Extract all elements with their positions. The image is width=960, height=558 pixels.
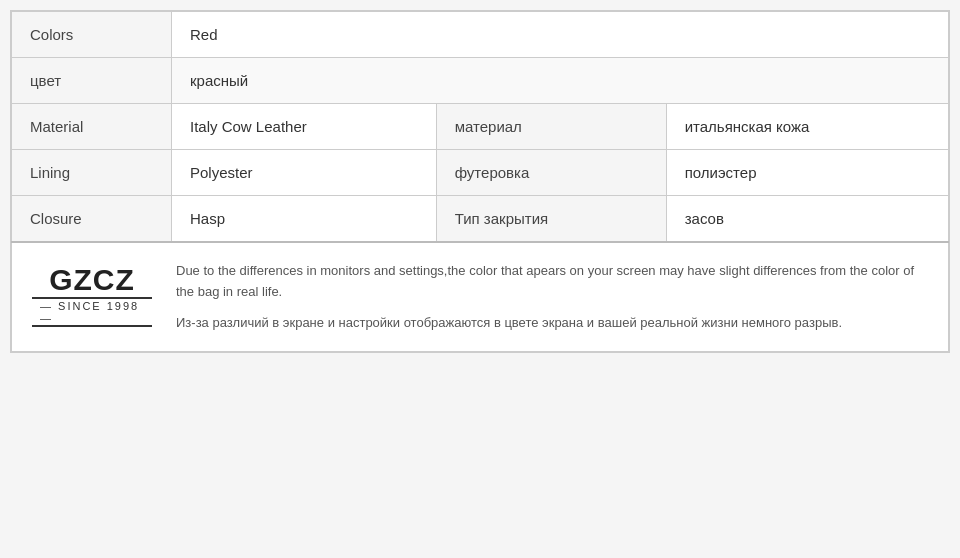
value-closure-en: Hasp [172, 196, 437, 243]
footer-row: GZCZ — SINCE 1998 — Due to the differenc… [12, 242, 949, 352]
label-lining: Lining [12, 150, 172, 196]
table-row: Material Italy Cow Leather материал итал… [12, 104, 949, 150]
value-colors: Red [172, 12, 949, 58]
label-material-ru: материал [436, 104, 666, 150]
footer-text-en: Due to the differences in monitors and s… [176, 261, 928, 303]
label-colors: Colors [12, 12, 172, 58]
table-row: Lining Polyester футеровка полиэстер [12, 150, 949, 196]
value-closure-ru: засов [666, 196, 948, 243]
logo-since-text: — SINCE 1998 — [32, 297, 152, 327]
footer-text-ru: Из-за различий в экране и настройки отоб… [176, 313, 928, 334]
value-lining-en: Polyester [172, 150, 437, 196]
table-row: Closure Hasp Тип закрытия засов [12, 196, 949, 243]
label-lining-ru: футеровка [436, 150, 666, 196]
main-container: Colors Red цвет красный Material Italy C… [10, 10, 950, 353]
logo-main-text: GZCZ [49, 265, 135, 295]
footer-cell: GZCZ — SINCE 1998 — Due to the differenc… [12, 242, 949, 352]
label-closure-ru: Тип закрытия [436, 196, 666, 243]
value-material-ru: итальянская кожа [666, 104, 948, 150]
value-color-ru: красный [172, 58, 949, 104]
label-color-ru: цвет [12, 58, 172, 104]
label-closure: Closure [12, 196, 172, 243]
label-material: Material [12, 104, 172, 150]
table-row: Colors Red [12, 12, 949, 58]
brand-logo: GZCZ — SINCE 1998 — [32, 261, 152, 327]
table-row: цвет красный [12, 58, 949, 104]
footer-content: GZCZ — SINCE 1998 — Due to the differenc… [32, 261, 928, 333]
footer-disclaimer: Due to the differences in monitors and s… [176, 261, 928, 333]
product-table: Colors Red цвет красный Material Italy C… [11, 11, 949, 352]
value-lining-ru: полиэстер [666, 150, 948, 196]
value-material-en: Italy Cow Leather [172, 104, 437, 150]
